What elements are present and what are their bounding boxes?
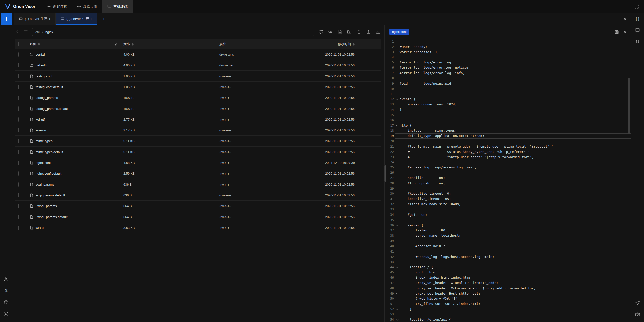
fold-chevron-icon[interactable] <box>396 318 399 321</box>
code-text: sendfile on; <box>400 175 445 181</box>
new-terminal-button[interactable] <box>1 13 12 25</box>
row-checkbox[interactable] <box>18 171 19 176</box>
close-panel-icon[interactable] <box>623 17 627 21</box>
delete-trash-icon[interactable] <box>357 30 361 34</box>
table-row[interactable]: scgi_params.default 636 B -rw-r--r-- 202… <box>15 190 381 201</box>
send-command-icon[interactable] <box>635 300 640 305</box>
column-header-mtime: 修改时间 <box>338 42 351 46</box>
fold-chevron-icon[interactable] <box>396 266 399 268</box>
table-row[interactable]: mime.types.default 5.11 KB -rw-r--r-- 20… <box>15 147 381 157</box>
select-all-checkbox[interactable] <box>18 42 19 46</box>
file-table: 名称 大小 属性 <box>15 39 381 322</box>
editor-file-tab[interactable]: nginx.conf <box>389 29 409 35</box>
breadcrumb-segment[interactable]: etc <box>35 30 40 34</box>
table-row[interactable]: koi-win 2.17 KB -rw-r--r-- 2020-11-01 10… <box>15 125 381 136</box>
upload-icon[interactable] <box>366 30 371 34</box>
file-name-label: koi-win <box>36 128 46 132</box>
code-text: proxy_set_header X-Forwarded-For $proxy_… <box>400 286 536 291</box>
code-editor[interactable]: 12#user nobody;3worker_processes 1;45#er… <box>386 39 631 322</box>
editor-scrollbar-thumb[interactable] <box>628 78 630 134</box>
table-row[interactable]: win-utf 3.53 KB -rw-r--r-- 2020-11-01 10… <box>15 222 381 233</box>
table-row[interactable]: uwsgi_params 664 B -rw-r--r-- 2020-11-01… <box>15 201 381 211</box>
row-checkbox[interactable] <box>18 96 19 100</box>
row-checkbox[interactable] <box>18 226 19 230</box>
variables-braces-icon[interactable]: {} <box>635 17 640 21</box>
fold-chevron-icon[interactable] <box>396 124 399 127</box>
line-number: 13 <box>386 102 395 107</box>
table-row[interactable]: fastcgi.conf 1.05 KB -rw-r--r-- 2020-11-… <box>15 71 381 82</box>
code-line: 42 #access_log logs/host.access.log main… <box>386 254 631 260</box>
download-icon[interactable] <box>376 30 380 34</box>
new-folder-icon[interactable] <box>347 30 352 34</box>
file-name-label: fastcgi_params.default <box>36 107 69 111</box>
line-number: 18 <box>386 128 395 133</box>
table-row[interactable]: koi-utf 2.77 KB -rw-r--r-- 2020-11-01 10… <box>15 114 381 125</box>
table-row[interactable]: fastcgi_params 1007 B -rw-r--r-- 2020-11… <box>15 92 381 103</box>
row-checkbox[interactable] <box>18 85 19 89</box>
save-icon[interactable] <box>615 30 619 34</box>
sort-mtime[interactable] <box>353 43 355 46</box>
fold-chevron-icon[interactable] <box>396 224 399 226</box>
file-mtime: 2020-11-01 10:02:56 <box>325 172 381 175</box>
screenshot-camera-icon[interactable] <box>635 312 640 317</box>
sort-name[interactable] <box>38 43 40 46</box>
code-area[interactable]: 12#user nobody;3worker_processes 1;45#er… <box>386 39 631 322</box>
row-checkbox[interactable] <box>18 74 19 78</box>
row-checkbox[interactable] <box>18 106 19 111</box>
settings-gear-icon[interactable] <box>4 311 9 316</box>
row-checkbox[interactable] <box>18 182 19 187</box>
fullscreen-icon[interactable] <box>634 4 639 9</box>
row-checkbox[interactable] <box>18 215 19 219</box>
menu-item-host-terminal[interactable]: 主机终端 <box>102 0 133 13</box>
add-tab-button[interactable]: + <box>100 16 107 22</box>
table-row[interactable]: uwsgi_params.default 664 B -rw-r--r-- 20… <box>15 211 381 222</box>
editor-panel-toggle-icon[interactable] <box>635 28 640 32</box>
new-file-icon[interactable] <box>338 30 342 34</box>
breadcrumb[interactable]: etc / nginx <box>32 28 314 36</box>
row-checkbox[interactable] <box>18 193 19 197</box>
row-checkbox[interactable] <box>18 117 19 122</box>
table-row[interactable]: nginx.conf 4.68 KB -rw-r--r-- 2024-12-10… <box>15 157 381 168</box>
refresh-icon[interactable] <box>318 30 323 34</box>
table-row[interactable]: fastcgi.conf.default 1.05 KB -rw-r--r-- … <box>15 82 381 92</box>
close-editor-icon[interactable] <box>623 30 627 34</box>
list-view-icon[interactable] <box>24 30 28 34</box>
table-row[interactable]: default.d 4.00 KB drwxr-xr-x 2020-11-01 … <box>15 60 381 71</box>
user-icon[interactable] <box>4 276 9 281</box>
menu-item-terminal-settings[interactable]: 终端设置 <box>72 0 102 13</box>
table-row[interactable]: scgi_params 636 B -rw-r--r-- 2020-11-01 … <box>15 179 381 190</box>
filter-icon[interactable] <box>114 42 118 46</box>
row-checkbox[interactable] <box>18 63 19 67</box>
file-mtime: 2020-11-01 10:02:56 <box>325 139 381 143</box>
row-checkbox[interactable] <box>18 139 19 143</box>
theme-palette-icon[interactable] <box>4 300 9 305</box>
row-checkbox[interactable] <box>18 52 19 57</box>
transfer-list-icon[interactable] <box>635 39 640 44</box>
fold-chevron-icon[interactable] <box>396 98 399 100</box>
table-row[interactable]: nginx.conf.default 2.59 KB -rw-r--r-- 20… <box>15 168 381 179</box>
back-icon[interactable] <box>15 30 20 34</box>
row-checkbox[interactable] <box>18 204 19 208</box>
code-text: #access_log logs/host.access.log main; <box>400 254 494 260</box>
menu-item-new-connection[interactable]: 新建连接 <box>42 0 72 13</box>
table-row[interactable]: mime.types 5.11 KB -rw-r--r-- 2020-11-01… <box>15 136 381 147</box>
sort-size[interactable] <box>132 43 134 46</box>
fold-chevron-icon[interactable] <box>396 292 399 295</box>
line-number: 51 <box>386 301 395 307</box>
show-hidden-eye-icon[interactable] <box>328 30 333 34</box>
brand-logo-icon <box>5 4 11 10</box>
file-attr: -rw-r--r-- <box>219 226 325 230</box>
file-size: 3.53 KB <box>123 226 219 230</box>
fold-chevron-icon[interactable] <box>396 308 399 310</box>
tab-server-2[interactable]: (2) server-生产-1 <box>56 13 97 25</box>
tab-server-1[interactable]: (1) server-生产-1 <box>14 13 56 25</box>
line-number: 16 <box>386 118 395 123</box>
table-row[interactable]: fastcgi_params.default 1007 B -rw-r--r--… <box>15 103 381 114</box>
row-checkbox[interactable] <box>18 150 19 154</box>
table-row[interactable]: conf.d 4.00 KB drwxr-xr-x 2020-11-01 10:… <box>15 49 381 60</box>
row-checkbox[interactable] <box>18 128 19 132</box>
shortcuts-command-icon[interactable]: ⌘ <box>5 288 7 293</box>
code-text: # '$status $body_bytes_sent "$http_refer… <box>400 149 530 155</box>
file-name-label: default.d <box>36 63 48 67</box>
row-checkbox[interactable] <box>18 161 19 165</box>
